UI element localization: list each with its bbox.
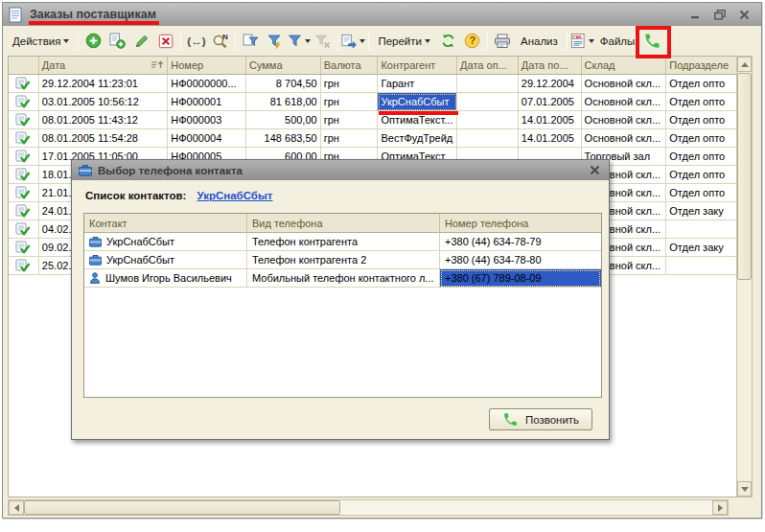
cell-contractor[interactable]: ВестФудТрейд xyxy=(378,129,457,148)
column-header-3[interactable]: Сумма xyxy=(246,57,321,75)
cell-department[interactable]: Отдел опто xyxy=(666,75,736,93)
cell-department[interactable]: Отдел опто xyxy=(666,148,736,166)
cml-exchange-button[interactable]: CML xyxy=(570,30,594,53)
cell-phone-number[interactable]: +380 (44) 634-78-80 xyxy=(440,251,601,269)
vertical-scrollbar-thumb[interactable] xyxy=(737,73,752,280)
horizontal-scrollbar[interactable] xyxy=(8,499,729,516)
cell-icon[interactable] xyxy=(9,184,39,202)
files-button[interactable]: Файлы xyxy=(594,30,641,53)
column-header-7[interactable]: Дата по... xyxy=(519,57,582,75)
cell-icon[interactable] xyxy=(9,148,39,166)
column-header-0[interactable] xyxy=(9,57,39,75)
scroll-down-button[interactable] xyxy=(737,481,752,497)
cell-currency[interactable]: грн xyxy=(321,93,379,111)
cell-icon[interactable] xyxy=(9,166,39,184)
cell-warehouse[interactable]: Основной скл... xyxy=(582,129,667,148)
cell-department[interactable] xyxy=(666,220,736,239)
cell-date[interactable]: 03.01.2005 10:56:12 xyxy=(39,93,168,111)
call-button[interactable]: Позвонить xyxy=(489,408,592,430)
cell-phone-type[interactable]: Телефон контрагента xyxy=(247,233,440,251)
cell-date_payment[interactable] xyxy=(457,75,519,93)
cell-date_receipt[interactable]: 14.01.2005 xyxy=(519,111,582,129)
contact-row[interactable]: УкрСнабСбытТелефон контрагента+380 (44) … xyxy=(84,233,601,251)
cell-date_payment[interactable] xyxy=(457,111,519,129)
cell-number[interactable]: НФ000001 xyxy=(168,93,246,111)
table-row[interactable]: 08.01.2005 11:43:12НФ000003500,00грнОпти… xyxy=(9,111,736,129)
cell-contact[interactable]: Шумов Игорь Васильевич xyxy=(84,269,247,288)
filter-settings-button[interactable] xyxy=(239,30,263,53)
cell-department[interactable]: Отдел опто xyxy=(666,129,736,148)
cell-phone-number[interactable]: +380 (44) 634-78-79 xyxy=(440,233,601,251)
cell-icon[interactable] xyxy=(9,129,39,148)
cell-number[interactable]: НФ0000000... xyxy=(168,75,246,93)
column-header-1[interactable]: Дата xyxy=(39,57,168,75)
cell-date_receipt[interactable]: 07.01.2005 xyxy=(519,93,582,111)
contact-row[interactable]: Шумов Игорь ВасильевичМобильный телефон … xyxy=(84,269,601,288)
cell-warehouse[interactable]: Основной скл... xyxy=(582,75,667,93)
cell-date_payment[interactable] xyxy=(457,93,519,111)
contacts-column-header-1[interactable]: Вид телефона xyxy=(247,214,440,233)
cell-date_receipt[interactable]: 29.12.2004 xyxy=(519,75,582,93)
cell-contractor[interactable]: Гарант xyxy=(378,75,457,93)
cell-date[interactable]: 29.12.2004 11:23:01 xyxy=(39,75,168,93)
cell-icon[interactable] xyxy=(9,257,39,275)
cell-date[interactable]: 08.01.2005 11:43:12 xyxy=(39,111,168,129)
cell-number[interactable]: НФ000004 xyxy=(168,129,246,148)
cell-phone-type[interactable]: Мобильный телефон контактного л... xyxy=(247,269,440,288)
cell-date_receipt[interactable]: 14.01.2005 xyxy=(519,129,582,148)
cell-currency[interactable]: грн xyxy=(321,111,379,129)
refresh-button[interactable] xyxy=(436,30,460,53)
column-header-4[interactable]: Валюта xyxy=(321,57,379,75)
copy-button[interactable] xyxy=(105,30,129,53)
table-row[interactable]: 29.12.2004 11:23:01НФ0000000...8 704,50г… xyxy=(9,75,736,93)
column-header-6[interactable]: Дата оп... xyxy=(457,57,519,75)
cell-icon[interactable] xyxy=(9,220,39,239)
contacts-column-header-2[interactable]: Номер телефона xyxy=(440,214,601,233)
cell-phone-type[interactable]: Телефон контрагента 2 xyxy=(247,251,440,269)
output-list-button[interactable] xyxy=(341,30,365,53)
cell-department[interactable]: Отдел опто xyxy=(666,166,736,184)
find-by-number-button[interactable]: N xyxy=(208,30,232,53)
cell-sum[interactable]: 148 683,50 xyxy=(246,129,321,148)
cell-icon[interactable] xyxy=(9,202,39,220)
cell-department[interactable]: Отдел опто xyxy=(666,93,736,111)
print-button[interactable] xyxy=(491,30,515,53)
contacts-column-header-0[interactable]: Контакт xyxy=(84,214,247,233)
cell-phone-number[interactable]: +380 (67) 789-08-09 xyxy=(440,269,601,288)
add-button[interactable] xyxy=(81,30,105,53)
clear-filter-button[interactable] xyxy=(311,30,335,53)
filter-by-value-button[interactable] xyxy=(263,30,287,53)
delete-button[interactable] xyxy=(153,30,177,53)
cell-icon[interactable] xyxy=(9,75,39,93)
cell-sum[interactable]: 8 704,50 xyxy=(246,75,321,93)
column-header-8[interactable]: Склад xyxy=(582,57,667,75)
minimize-button[interactable] xyxy=(691,10,701,19)
cell-department[interactable]: Отдел заку xyxy=(666,239,736,257)
cell-number[interactable]: НФ000003 xyxy=(168,111,246,129)
cell-icon[interactable] xyxy=(9,93,39,111)
cell-date_payment[interactable] xyxy=(457,129,519,148)
help-button[interactable]: ? xyxy=(460,30,484,53)
vertical-scrollbar[interactable] xyxy=(736,56,753,497)
table-row[interactable]: 03.01.2005 10:56:12НФ00000181 618,00грнУ… xyxy=(9,93,736,111)
cell-sum[interactable]: 500,00 xyxy=(246,111,321,129)
filter-history-button[interactable] xyxy=(287,30,311,53)
scroll-left-button[interactable] xyxy=(9,500,24,515)
cell-contact[interactable]: УкрСнабСбыт xyxy=(84,251,247,269)
column-header-5[interactable]: Контрагент xyxy=(378,57,457,75)
edit-button[interactable] xyxy=(129,30,153,53)
cell-icon[interactable] xyxy=(9,239,39,257)
actions-menu-button[interactable]: Действия xyxy=(7,30,75,53)
dialog-close-button[interactable] xyxy=(590,165,602,175)
cell-warehouse[interactable]: Основной скл... xyxy=(582,93,667,111)
contact-link[interactable]: УкрСнабСбыт xyxy=(197,190,272,201)
cell-department[interactable] xyxy=(666,257,736,275)
scroll-right-button[interactable] xyxy=(712,500,728,515)
contact-row[interactable]: УкрСнабСбытТелефон контрагента 2+380 (44… xyxy=(84,251,601,269)
scroll-up-button[interactable] xyxy=(737,57,752,72)
cell-contact[interactable]: УкрСнабСбыт xyxy=(84,233,247,251)
table-row[interactable]: 08.01.2005 11:54:28НФ000004148 683,50грн… xyxy=(9,129,736,148)
goto-menu-button[interactable]: Перейти xyxy=(372,30,436,53)
cell-warehouse[interactable]: Основной скл... xyxy=(582,111,667,129)
close-button[interactable] xyxy=(739,10,750,20)
